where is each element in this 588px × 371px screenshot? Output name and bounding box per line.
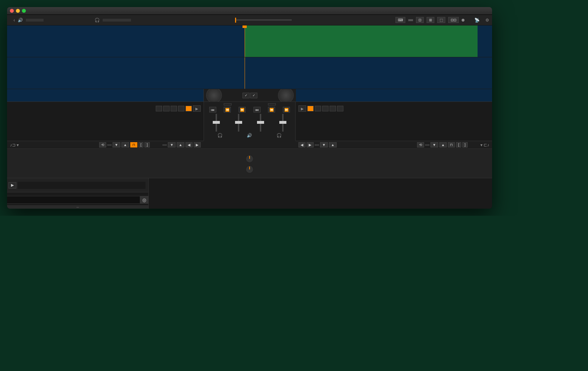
beatjump-back[interactable]: ◀ [298, 142, 306, 147]
chevron-down-icon[interactable]: ▾ [17, 143, 19, 147]
deck2-key-bpm[interactable] [268, 103, 276, 105]
preview-tab-3[interactable] [17, 194, 21, 195]
deck2-overview[interactable] [296, 89, 492, 102]
sampler-button[interactable]: ⊡ [416, 17, 424, 23]
deck2-volume[interactable] [282, 114, 284, 132]
mic-button[interactable]: ⊞ [427, 17, 434, 23]
deck1-cue-1[interactable] [156, 106, 162, 111]
search-input[interactable] [7, 196, 140, 203]
fx-toggle-button[interactable] [408, 19, 413, 21]
beatjump-down[interactable]: ▼ [168, 142, 176, 147]
rec-button[interactable] [467, 19, 472, 21]
deck2-cue-2[interactable] [322, 106, 329, 111]
deck2-cue-1[interactable] [315, 106, 321, 111]
layout-button[interactable]: ⊡⊡ [448, 17, 459, 23]
deck1-fwd[interactable]: ⏩ [239, 107, 246, 112]
master-vu-meter [26, 19, 44, 22]
library-sidebar: ▶ ◎ ┉ [7, 178, 149, 209]
beatjump-fwd[interactable]: ▶ [307, 142, 314, 147]
waveform-display [7, 25, 492, 89]
beatjump-up[interactable]: ▲ [329, 142, 337, 147]
deck1-cue-3[interactable] [171, 106, 177, 111]
beatjump-fwd[interactable]: ▶ [194, 142, 201, 147]
preview-waveform[interactable] [18, 182, 145, 189]
deck1-rewind[interactable]: ⏮ [209, 107, 216, 112]
settings-icon[interactable]: ⚙ [485, 18, 489, 23]
maximize-button[interactable] [22, 9, 26, 13]
headphone-icon[interactable]: 🎧 [95, 18, 100, 23]
sync-tick[interactable]: ✓ [242, 93, 250, 98]
deck1-overview[interactable] [7, 89, 204, 102]
deck2-rewind[interactable]: ⏮ [253, 107, 261, 112]
loop-size[interactable] [425, 144, 429, 146]
fx-mix-knob[interactable] [245, 165, 254, 174]
deck1-back[interactable]: ⏪ [224, 107, 231, 112]
loop-in[interactable]: [ [138, 142, 144, 147]
loop-repeat[interactable]: ⟲ [99, 142, 106, 147]
deck1-headphone[interactable]: 🎧 [217, 133, 223, 138]
fx-panel [7, 149, 492, 178]
collapse-icon[interactable]: ⫞ [13, 18, 15, 23]
preview-tab-2[interactable] [13, 194, 16, 195]
sync-tick[interactable]: ✓ [250, 93, 257, 98]
deck2-quantize[interactable] [307, 106, 314, 111]
beatjump-size[interactable] [315, 144, 319, 146]
deck1-volume[interactable] [216, 114, 217, 132]
preview-tab-1[interactable] [8, 194, 12, 195]
loop-half[interactable]: ▼ [113, 142, 120, 147]
deck1-cue-2[interactable] [163, 106, 170, 111]
loop-double[interactable]: ▲ [439, 142, 447, 147]
vinyl-button[interactable]: ⬚ [437, 17, 445, 23]
deck2-loop-row: ◀ ▶ ▼ ▲ ⟲ ▼ ▲ ⊓ [ ] ▾ ⊏♪ [296, 141, 492, 149]
broadcast-icon[interactable]: 📡 [474, 18, 480, 23]
main-toolbar: ⫞ 🔊 🎧 ⌨ ⊡ ⊞ ⬚ ⊡⊡ 📡 ⚙ [7, 15, 492, 25]
deck2-waveform[interactable] [7, 57, 492, 89]
deck1-quantize[interactable] [185, 106, 192, 111]
deck2-cue-3[interactable] [330, 106, 336, 111]
close-button[interactable] [10, 9, 14, 13]
headphone-mix-slider[interactable] [103, 19, 131, 22]
beatjump-size[interactable] [162, 144, 167, 146]
deck1-loop-row: ♪⊐ ▾ ⟲ ▼ ▲ ⊓ [ ] ▼ ▲ ◀ ▶ [7, 141, 204, 149]
track-table-container [149, 178, 492, 209]
preview-tab-4[interactable] [21, 194, 25, 195]
deck2-spinny[interactable] [278, 87, 294, 103]
deck2-headphone[interactable]: 🎧 [276, 133, 282, 138]
crossfader[interactable] [235, 19, 292, 21]
deck2-cue-4[interactable] [337, 106, 343, 111]
beatjump-back[interactable]: ◀ [185, 142, 193, 147]
deck1-cue-4[interactable] [178, 106, 184, 111]
deck2-back[interactable]: ⏪ [268, 107, 275, 112]
loop-half[interactable]: ▼ [430, 142, 438, 147]
minimize-button[interactable] [16, 9, 20, 13]
loop-toggle[interactable]: ⊓ [130, 142, 137, 147]
deck1-waveform[interactable] [7, 25, 492, 57]
volume-icon[interactable]: 🔊 [18, 18, 23, 23]
loop-repeat[interactable]: ⟲ [417, 142, 424, 147]
loop-out[interactable]: ] [462, 142, 468, 147]
deck2-rate[interactable] [260, 114, 261, 132]
keyboard-button[interactable]: ⌨ [395, 17, 405, 23]
deck1-rate[interactable] [238, 114, 239, 132]
preview-play[interactable]: ▶ [8, 182, 16, 189]
splitter-handle[interactable]: ┉ [7, 205, 148, 209]
chevron-down-icon[interactable]: ▾ [480, 143, 483, 147]
beatjump-down[interactable]: ▼ [320, 142, 328, 147]
loop-size[interactable] [107, 144, 112, 146]
deck1-key-bpm[interactable] [224, 103, 232, 105]
loop-icon[interactable]: ⊏♪ [484, 143, 489, 147]
loop-in[interactable]: [ [456, 142, 461, 147]
loop-toggle[interactable]: ⊓ [448, 142, 455, 147]
fx1-super-knob[interactable] [245, 155, 254, 163]
loop-double[interactable]: ▲ [121, 142, 129, 147]
deck1-spinny[interactable] [206, 87, 222, 103]
search-clear-button[interactable]: ◎ [140, 196, 148, 203]
deck-info-row: ▶ ⏮ ⏪ ⏩ ⏮ ⏪ ⏩ 🎧 [7, 102, 492, 141]
loop-icon[interactable]: ♪⊐ [10, 143, 16, 147]
beatjump-up[interactable]: ▲ [177, 142, 184, 147]
deck1-play-button[interactable]: ▶ [193, 105, 201, 112]
loop-out[interactable]: ] [144, 142, 150, 147]
deck2-play-button[interactable]: ▶ [298, 105, 306, 112]
titlebar [7, 7, 492, 15]
deck2-fwd[interactable]: ⏩ [283, 107, 290, 112]
